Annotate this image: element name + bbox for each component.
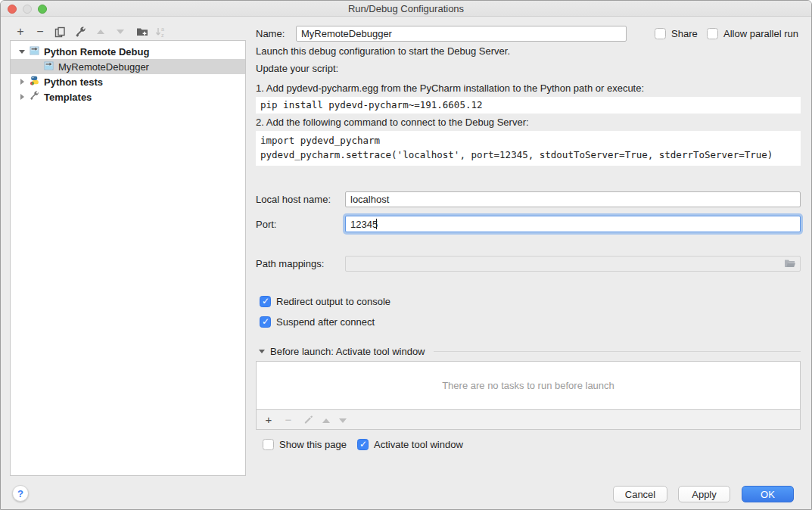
- intro-line-1: Launch this debug configuration to start…: [256, 45, 510, 57]
- before-launch-task-list[interactable]: There are no tasks to run before launch: [256, 361, 801, 410]
- configurations-tree: Python Remote Debug MyRemoteDebugger Pyt…: [10, 40, 246, 476]
- before-launch-toolbar: + −: [256, 410, 801, 430]
- window-title: Run/Debug Configurations: [1, 3, 811, 14]
- collapse-toggle-icon[interactable]: [18, 50, 26, 54]
- remote-debug-icon: [30, 45, 39, 58]
- pip-install-command: pip install pydevd-pycharm~=191.6605.12: [256, 97, 801, 114]
- new-folder-icon[interactable]: [135, 24, 150, 39]
- show-this-page-checkbox[interactable]: [263, 439, 274, 450]
- allow-parallel-run-label: Allow parallel run: [723, 28, 798, 39]
- edit-task-pencil-icon[interactable]: [303, 413, 313, 426]
- share-checkbox[interactable]: [655, 28, 666, 39]
- intro-line-2: Update your script:: [256, 63, 338, 74]
- no-tasks-placeholder: There are no tasks to run before launch: [442, 380, 614, 391]
- name-label: Name:: [256, 26, 285, 42]
- name-input[interactable]: [296, 26, 627, 42]
- move-down-button[interactable]: [113, 24, 128, 39]
- local-host-name-input[interactable]: [345, 191, 801, 207]
- redirect-output-checkbox[interactable]: [260, 296, 271, 307]
- path-mappings-label: Path mappings:: [256, 256, 324, 272]
- help-button[interactable]: ?: [12, 485, 29, 502]
- port-input[interactable]: [345, 216, 801, 232]
- ok-button[interactable]: OK: [742, 486, 794, 502]
- edit-defaults-wrench-icon[interactable]: [73, 24, 88, 39]
- step-1-text: 1. Add pydevd-pycharm.egg from the PyCha…: [256, 82, 644, 94]
- run-debug-configurations-dialog: Run/Debug Configurations + − az Python R…: [0, 0, 812, 510]
- tree-item-templates[interactable]: Templates: [11, 89, 245, 104]
- path-mappings-input[interactable]: [345, 256, 801, 272]
- settrace-code-block: import pydevd_pycharm pydevd_pycharm.set…: [256, 131, 801, 166]
- code-line-1: import pydevd_pycharm: [260, 133, 796, 148]
- suspend-after-connect-label: Suspend after connect: [276, 316, 375, 328]
- tree-item-label: Python tests: [44, 76, 103, 88]
- activate-tool-window-label: Activate tool window: [374, 439, 463, 450]
- local-host-name-label: Local host name:: [256, 191, 331, 207]
- move-task-up-button[interactable]: [322, 414, 330, 425]
- remove-task-button[interactable]: −: [283, 413, 294, 426]
- before-launch-header: Before launch: Activate tool window: [270, 346, 425, 357]
- remote-debug-icon: [44, 61, 54, 73]
- remove-configuration-button[interactable]: −: [33, 24, 48, 39]
- sort-alphabetically-icon[interactable]: az: [153, 24, 168, 39]
- step-2-text: 2. Add the following command to connect …: [256, 117, 529, 128]
- move-up-button[interactable]: [93, 24, 108, 39]
- activate-tool-window-checkbox[interactable]: [357, 439, 369, 450]
- text-caret: [376, 219, 377, 229]
- cancel-button[interactable]: Cancel: [613, 486, 667, 502]
- templates-wrench-icon: [30, 91, 39, 103]
- allow-parallel-run-checkbox[interactable]: [707, 28, 718, 39]
- python-tests-icon: [30, 76, 39, 88]
- suspend-after-connect-checkbox[interactable]: [260, 316, 271, 328]
- before-launch-collapse-icon[interactable]: [259, 350, 265, 353]
- redirect-output-label: Redirect output to console: [276, 296, 390, 307]
- add-configuration-button[interactable]: +: [13, 24, 28, 39]
- tree-item-label: Python Remote Debug: [44, 46, 149, 58]
- browse-folder-icon[interactable]: [784, 259, 796, 271]
- add-task-button[interactable]: +: [263, 413, 274, 426]
- move-task-down-button[interactable]: [339, 414, 347, 425]
- show-this-page-label: Show this page: [279, 439, 347, 450]
- title-bar: Run/Debug Configurations: [1, 1, 811, 17]
- section-divider: [434, 351, 801, 352]
- tree-item-label: MyRemoteDebugger: [58, 61, 149, 73]
- expand-toggle-icon[interactable]: [18, 79, 26, 85]
- tree-item-myremotedebugger[interactable]: MyRemoteDebugger: [11, 59, 245, 74]
- tree-item-label: Templates: [44, 92, 92, 103]
- port-label: Port:: [256, 216, 276, 232]
- tree-item-python-remote-debug[interactable]: Python Remote Debug: [11, 44, 245, 59]
- tree-item-python-tests[interactable]: Python tests: [11, 74, 245, 89]
- apply-button[interactable]: Apply: [678, 486, 730, 502]
- copy-configuration-icon[interactable]: [52, 24, 67, 39]
- svg-text:z: z: [161, 33, 164, 38]
- code-line-2: pydevd_pycharm.settrace('localhost', por…: [260, 148, 796, 162]
- expand-toggle-icon[interactable]: [18, 94, 26, 100]
- share-label: Share: [671, 28, 698, 39]
- svg-text:a: a: [161, 26, 164, 32]
